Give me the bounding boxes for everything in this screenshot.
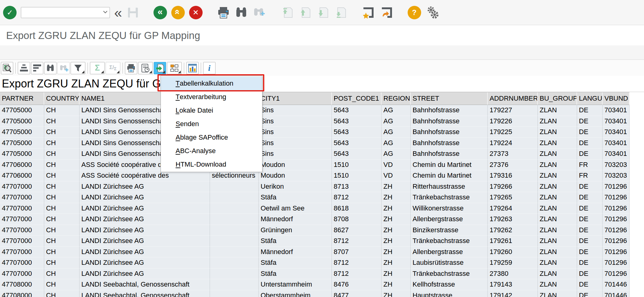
- table-cell[interactable]: Stäfa: [259, 257, 332, 268]
- table-cell[interactable]: CH: [44, 236, 80, 247]
- table-cell[interactable]: 8477: [332, 290, 382, 297]
- table-cell[interactable]: Tränkebachstrasse: [411, 268, 488, 280]
- table-cell[interactable]: 701296: [603, 236, 630, 247]
- table-cell[interactable]: 47705000: [0, 116, 44, 127]
- table-cell[interactable]: ZLAN: [538, 247, 577, 258]
- column-header[interactable]: CITY1: [259, 92, 332, 105]
- print-icon[interactable]: [217, 6, 230, 19]
- table-cell[interactable]: ZLAN: [538, 192, 577, 203]
- table-cell[interactable]: AG: [382, 138, 411, 149]
- filter-icon[interactable]: [71, 62, 85, 74]
- table-cell[interactable]: [210, 181, 259, 192]
- table-cell[interactable]: 1510: [332, 160, 382, 171]
- table-cell[interactable]: 8712: [332, 257, 382, 268]
- table-cell[interactable]: AG: [382, 116, 411, 127]
- table-cell[interactable]: [210, 203, 259, 214]
- table-cell[interactable]: CH: [44, 214, 80, 225]
- table-cell[interactable]: 8627: [332, 225, 382, 236]
- table-cell[interactable]: 5643: [332, 148, 382, 160]
- table-cell[interactable]: 47707000: [0, 225, 44, 236]
- table-cell[interactable]: CH: [44, 225, 80, 236]
- table-cell[interactable]: Binzikerstrasse: [411, 225, 488, 236]
- table-cell[interactable]: 8618: [332, 203, 382, 214]
- table-cell[interactable]: Moudon: [259, 160, 332, 171]
- table-cell[interactable]: CH: [44, 160, 80, 171]
- table-cell[interactable]: ZH: [382, 279, 411, 290]
- table-cell[interactable]: Oetwil am See: [259, 203, 332, 214]
- table-cell[interactable]: AG: [382, 127, 411, 138]
- table-cell[interactable]: CH: [44, 116, 80, 127]
- table-cell[interactable]: 5643: [332, 127, 382, 138]
- find-next-icon[interactable]: [252, 6, 266, 19]
- table-cell[interactable]: [210, 247, 259, 258]
- table-cell[interactable]: 701296: [603, 203, 630, 214]
- column-header[interactable]: PARTNER: [0, 92, 44, 105]
- table-cell[interactable]: 8712: [332, 236, 382, 247]
- choose-layout-icon[interactable]: [167, 62, 182, 74]
- table-cell[interactable]: VD: [382, 160, 411, 171]
- next-page-icon[interactable]: [316, 6, 329, 19]
- table-cell[interactable]: 179225: [488, 127, 538, 138]
- table-cell[interactable]: [210, 225, 259, 236]
- menu-item-tabellenkalkulation[interactable]: Tabellenkalkulation: [161, 77, 262, 90]
- table-cell[interactable]: Tränkebachstrasse: [411, 236, 488, 247]
- column-header[interactable]: LANGU: [577, 92, 603, 105]
- table-cell[interactable]: DE: [577, 257, 603, 268]
- new-session-icon[interactable]: [361, 6, 375, 19]
- table-cell[interactable]: ZLAN: [538, 127, 577, 138]
- table-cell[interactable]: 27380: [488, 268, 538, 280]
- table-cell[interactable]: Stäfa: [259, 192, 332, 203]
- table-cell[interactable]: AG: [382, 105, 411, 116]
- menu-item-html-download[interactable]: HTML-Download: [161, 158, 262, 171]
- table-cell[interactable]: 8708: [332, 214, 382, 225]
- save-icon[interactable]: [126, 6, 139, 19]
- table-cell[interactable]: ZH: [382, 203, 411, 214]
- back-icon[interactable]: «: [153, 6, 167, 19]
- menu-item-lokale-datei[interactable]: Lokale Datei: [161, 104, 262, 117]
- table-cell[interactable]: FR: [577, 160, 603, 171]
- table-cell[interactable]: 179265: [488, 192, 538, 203]
- table-cell[interactable]: DE: [577, 279, 603, 290]
- table-cell[interactable]: DE: [577, 192, 603, 203]
- table-cell[interactable]: 703203: [603, 160, 630, 171]
- sort-desc-icon[interactable]: [31, 62, 43, 74]
- table-cell[interactable]: 701296: [603, 225, 630, 236]
- table-cell[interactable]: Tränkebachstrasse: [411, 192, 488, 203]
- table-cell[interactable]: CH: [44, 257, 80, 268]
- table-cell[interactable]: Grüningen: [259, 225, 332, 236]
- print-icon[interactable]: [125, 62, 137, 74]
- help-icon[interactable]: ?: [408, 6, 421, 19]
- table-cell[interactable]: ZH: [382, 192, 411, 203]
- table-cell[interactable]: LANDI Zürichsee AG: [80, 225, 210, 236]
- table-cell[interactable]: 47707000: [0, 203, 44, 214]
- table-cell[interactable]: CH: [44, 279, 80, 290]
- table-cell[interactable]: LANDI Zürichsee AG: [80, 181, 210, 192]
- table-cell[interactable]: DE: [577, 214, 603, 225]
- table-cell[interactable]: Bahnhofstrasse: [411, 116, 488, 127]
- table-cell[interactable]: DE: [577, 181, 603, 192]
- table-cell[interactable]: ZH: [382, 225, 411, 236]
- table-cell[interactable]: CH: [44, 268, 80, 280]
- table-cell[interactable]: 47705000: [0, 105, 44, 116]
- table-cell[interactable]: DE: [577, 236, 603, 247]
- table-cell[interactable]: ZLAN: [538, 257, 577, 268]
- table-cell[interactable]: FR: [577, 170, 603, 181]
- table-cell[interactable]: CH: [44, 203, 80, 214]
- table-cell[interactable]: ZH: [382, 236, 411, 247]
- table-cell[interactable]: ZLAN: [538, 225, 577, 236]
- table-cell[interactable]: Stäfa: [259, 236, 332, 247]
- table-cell[interactable]: ZLAN: [538, 138, 577, 149]
- table-cell[interactable]: Willikonerstrasse: [411, 203, 488, 214]
- table-cell[interactable]: 47707000: [0, 192, 44, 203]
- table-cell[interactable]: LANDI Zürichsee AG: [80, 247, 210, 258]
- table-cell[interactable]: Moudon: [259, 170, 332, 181]
- table-cell[interactable]: 47707000: [0, 257, 44, 268]
- first-page-icon[interactable]: [280, 6, 293, 19]
- table-cell[interactable]: Männedorf: [259, 214, 332, 225]
- table-cell[interactable]: 47708000: [0, 290, 44, 297]
- table-cell[interactable]: 47707000: [0, 236, 44, 247]
- table-cell[interactable]: 47706000: [0, 160, 44, 171]
- menu-item-senden[interactable]: Senden: [161, 117, 262, 131]
- table-cell[interactable]: Sins: [259, 116, 332, 127]
- command-field[interactable]: [21, 7, 110, 18]
